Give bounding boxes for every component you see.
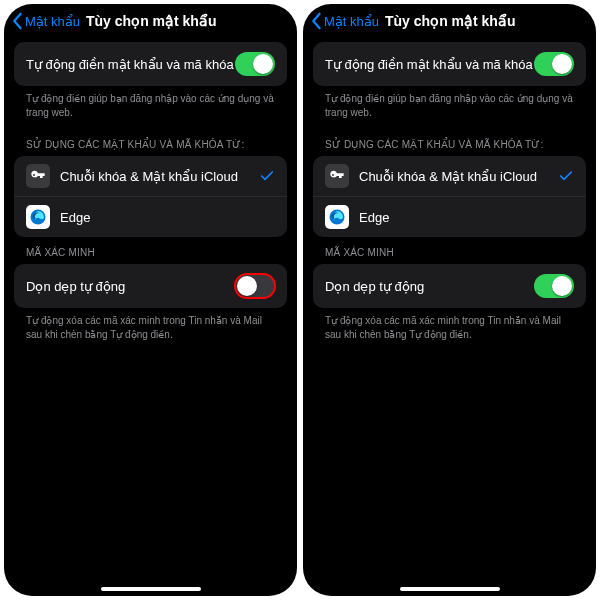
cleanup-row[interactable]: Dọn dẹp tự động — [14, 264, 287, 308]
autofill-row[interactable]: Tự động điền mật khẩu và mã khóa — [14, 42, 287, 86]
source-edge[interactable]: Edge — [14, 197, 287, 237]
edge-label: Edge — [359, 210, 574, 225]
check-icon — [558, 168, 574, 184]
sources-card: Chuỗi khóa & Mật khẩu iCloud Edge — [313, 156, 586, 237]
edge-icon — [325, 205, 349, 229]
sources-header: SỬ DỤNG CÁC MẬT KHẨU VÀ MÃ KHÓA TỪ: — [14, 129, 287, 156]
autofill-card: Tự động điền mật khẩu và mã khóa — [313, 42, 586, 86]
sources-card: Chuỗi khóa & Mật khẩu iCloud Edge — [14, 156, 287, 237]
back-button[interactable]: Mật khẩu — [309, 12, 379, 30]
autofill-label: Tự động điền mật khẩu và mã khóa — [325, 57, 534, 72]
back-label: Mật khẩu — [324, 14, 379, 29]
verification-footer: Tự động xóa các mã xác minh trong Tin nh… — [313, 308, 586, 351]
chevron-left-icon — [309, 12, 323, 30]
chevron-left-icon — [10, 12, 24, 30]
edge-label: Edge — [60, 210, 275, 225]
verification-header: MÃ XÁC MINH — [14, 237, 287, 264]
autofill-row[interactable]: Tự động điền mật khẩu và mã khóa — [313, 42, 586, 86]
autofill-card: Tự động điền mật khẩu và mã khóa — [14, 42, 287, 86]
home-indicator[interactable] — [101, 587, 201, 591]
content-area: Tự động điền mật khẩu và mã khóa Tự động… — [303, 36, 596, 596]
keychain-label: Chuỗi khóa & Mật khẩu iCloud — [359, 169, 548, 184]
nav-header: Mật khẩu Tùy chọn mật khẩu — [303, 4, 596, 36]
page-title: Tùy chọn mật khẩu — [86, 13, 216, 29]
verification-header: MÃ XÁC MINH — [313, 237, 586, 264]
key-icon — [325, 164, 349, 188]
autofill-footer: Tự động điền giúp bạn đăng nhập vào các … — [14, 86, 287, 129]
cleanup-toggle-off-highlighted[interactable] — [235, 274, 275, 298]
verification-card: Dọn dẹp tự động — [313, 264, 586, 308]
keychain-label: Chuỗi khóa & Mật khẩu iCloud — [60, 169, 249, 184]
page-title: Tùy chọn mật khẩu — [385, 13, 515, 29]
phone-screen-right: Mật khẩu Tùy chọn mật khẩu Tự động điền … — [303, 4, 596, 596]
check-icon — [259, 168, 275, 184]
sources-header: SỬ DỤNG CÁC MẬT KHẨU VÀ MÃ KHÓA TỪ: — [313, 129, 586, 156]
nav-header: Mật khẩu Tùy chọn mật khẩu — [4, 4, 297, 36]
back-button[interactable]: Mật khẩu — [10, 12, 80, 30]
home-indicator[interactable] — [400, 587, 500, 591]
source-edge[interactable]: Edge — [313, 197, 586, 237]
cleanup-toggle-on[interactable] — [534, 274, 574, 298]
autofill-footer: Tự động điền giúp bạn đăng nhập vào các … — [313, 86, 586, 129]
source-keychain[interactable]: Chuỗi khóa & Mật khẩu iCloud — [14, 156, 287, 197]
phone-screen-left: Mật khẩu Tùy chọn mật khẩu Tự động điền … — [4, 4, 297, 596]
autofill-toggle[interactable] — [235, 52, 275, 76]
autofill-toggle[interactable] — [534, 52, 574, 76]
content-area: Tự động điền mật khẩu và mã khóa Tự động… — [4, 36, 297, 596]
back-label: Mật khẩu — [25, 14, 80, 29]
cleanup-label: Dọn dẹp tự động — [26, 279, 235, 294]
cleanup-row[interactable]: Dọn dẹp tự động — [313, 264, 586, 308]
cleanup-label: Dọn dẹp tự động — [325, 279, 534, 294]
key-icon — [26, 164, 50, 188]
verification-card: Dọn dẹp tự động — [14, 264, 287, 308]
source-keychain[interactable]: Chuỗi khóa & Mật khẩu iCloud — [313, 156, 586, 197]
autofill-label: Tự động điền mật khẩu và mã khóa — [26, 57, 235, 72]
verification-footer: Tự động xóa các mã xác minh trong Tin nh… — [14, 308, 287, 351]
edge-icon — [26, 205, 50, 229]
